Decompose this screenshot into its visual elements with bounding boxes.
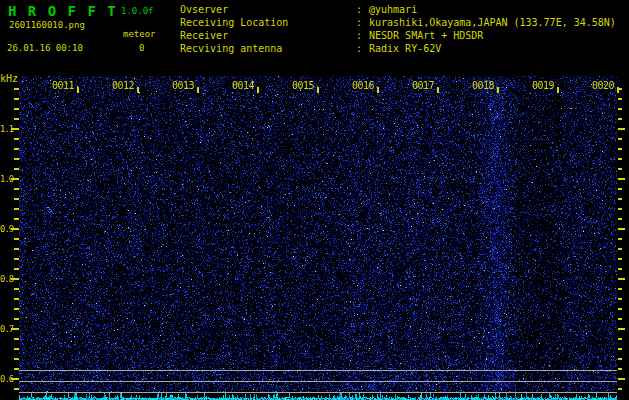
freq-axis-tick-right [618,298,622,300]
freq-axis-tick-right [618,218,622,220]
time-axis-tick [197,87,199,93]
freq-axis-tick-right [618,198,622,200]
freq-axis-label: 0.6 [0,374,14,384]
freq-axis-tick-right [618,108,622,110]
time-axis-tick [497,87,499,93]
freq-axis-tick-left [14,368,19,370]
freq-axis-tick-right [618,228,625,230]
time-axis-label: 0020 [578,80,614,91]
frequency-unit-label: kHz [0,73,18,84]
freq-axis-label: 0.9 [0,224,14,234]
freq-axis-label: 0.7 [0,324,14,334]
freq-axis-tick-left [14,88,19,90]
freq-axis-tick-right [618,168,622,170]
freq-axis-label: 1.1 [0,124,14,134]
observation-datetime: 26.01.16 00:10 [7,43,83,53]
freq-axis-tick-right [618,238,622,240]
reference-line-upper [19,370,617,371]
info-separator: : [356,42,369,55]
freq-axis-tick-left [14,158,19,160]
freq-axis-tick-right [618,328,625,330]
time-axis-tick [137,87,139,93]
freq-axis-tick-right [618,268,622,270]
time-axis-label: 0015 [278,80,314,91]
meteor-count-label: meteor [123,29,156,39]
output-filename: 2601160010.png [9,20,85,30]
freq-axis-tick-left [14,238,19,240]
freq-axis-tick-right [618,308,622,310]
info-value: Radix RY-62V [369,42,616,55]
freq-axis-tick-right [618,88,622,90]
freq-axis-tick-left [14,108,19,110]
freq-axis-tick-right [618,148,622,150]
freq-axis-label: 0.8 [0,274,14,284]
freq-axis-tick-right [618,318,622,320]
time-axis-label: 0014 [218,80,254,91]
freq-axis-tick-right [618,138,622,140]
info-separator: : [356,16,369,29]
freq-axis-tick-right [618,248,622,250]
freq-axis-tick-left [14,318,19,320]
app-version: 1.0.0f [121,6,154,16]
freq-axis-tick-right [618,368,622,370]
time-axis-tick [437,87,439,93]
freq-axis-tick-left [14,218,19,220]
info-row-location: Receiving Location : kurashiki,Okayama,J… [180,16,616,29]
freq-axis-tick-left [14,198,19,200]
freq-axis-tick-right [618,288,622,290]
freq-axis-tick-right [618,358,622,360]
freq-axis-tick-right [618,98,622,100]
freq-axis-tick-right [618,258,622,260]
freq-axis-tick-left [14,138,19,140]
freq-axis-tick-right [618,208,622,210]
freq-axis-tick-left [14,98,19,100]
reference-line-middle [19,381,617,382]
freq-axis-tick-right [618,118,622,120]
info-label: Receiving Location [180,16,356,29]
freq-axis-tick-left [14,248,19,250]
station-info-block: Ovserver : @yuhmari Receiving Location :… [180,3,616,55]
info-value: @yuhmari [369,3,616,16]
spectrogram-canvas [19,76,617,400]
freq-axis-tick-right [618,128,625,130]
freq-axis-tick-right [618,188,622,190]
time-axis-tick [317,87,319,93]
freq-axis-tick-left [14,208,19,210]
time-axis-tick [377,87,379,93]
freq-axis-tick-right [618,388,622,390]
hrofft-window: H R O F F T 1.0.0f 2601160010.png meteor… [0,0,629,400]
time-axis-tick [77,87,79,93]
freq-axis-tick-left [14,308,19,310]
time-axis-label: 0017 [398,80,434,91]
freq-axis-tick-right [618,378,625,380]
freq-axis-tick-left [14,298,19,300]
freq-axis-tick-right [618,348,622,350]
info-separator: : [356,3,369,16]
info-row-receiver: Receiver : NESDR SMArt + HDSDR [180,29,616,42]
info-value: kurashiki,Okayama,JAPAN (133.77E, 34.58N… [369,16,616,29]
freq-axis-tick-right [618,178,625,180]
freq-axis-label: 1.0 [0,174,14,184]
time-axis-label: 0011 [38,80,74,91]
freq-axis-tick-left [14,118,19,120]
freq-axis-tick-left [14,388,19,390]
freq-axis-tick-left [14,288,19,290]
freq-axis-tick-left [14,338,19,340]
meteor-count-value: 0 [139,43,144,53]
time-axis-tick [257,87,259,93]
reference-line-lower [19,392,617,393]
time-axis-label: 0013 [158,80,194,91]
freq-axis-tick-left [14,358,19,360]
time-axis-label: 0019 [518,80,554,91]
time-axis-label: 0016 [338,80,374,91]
info-row-observer: Ovserver : @yuhmari [180,3,616,16]
info-value: NESDR SMArt + HDSDR [369,29,616,42]
info-row-antenna: Recviving antenna : Radix RY-62V [180,42,616,55]
freq-axis-tick-right [618,338,622,340]
app-title: H R O F F T [8,3,117,19]
freq-axis-tick-left [14,148,19,150]
freq-axis-tick-left [14,188,19,190]
freq-axis-tick-right [618,278,625,280]
info-label: Receiver [180,29,356,42]
time-axis-label: 0012 [98,80,134,91]
